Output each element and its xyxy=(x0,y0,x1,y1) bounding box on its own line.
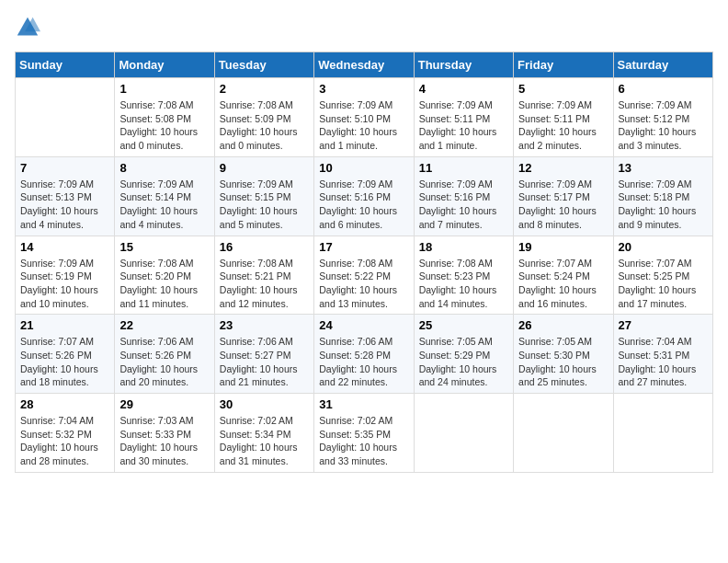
calendar-cell: 16Sunrise: 7:08 AM Sunset: 5:21 PM Dayli… xyxy=(214,236,313,315)
calendar-cell xyxy=(16,78,115,157)
day-number: 28 xyxy=(20,397,109,411)
day-info: Sunrise: 7:09 AM Sunset: 5:18 PM Dayligh… xyxy=(619,178,708,232)
calendar-cell: 17Sunrise: 7:08 AM Sunset: 5:22 PM Dayli… xyxy=(314,236,414,315)
page-header xyxy=(15,15,713,40)
calendar-cell: 15Sunrise: 7:08 AM Sunset: 5:20 PM Dayli… xyxy=(115,236,214,315)
calendar-cell: 25Sunrise: 7:05 AM Sunset: 5:29 PM Dayli… xyxy=(414,315,513,394)
day-info: Sunrise: 7:09 AM Sunset: 5:10 PM Dayligh… xyxy=(319,98,408,153)
day-number: 11 xyxy=(419,161,508,175)
calendar-cell: 18Sunrise: 7:08 AM Sunset: 5:23 PM Dayli… xyxy=(414,236,513,315)
day-number: 2 xyxy=(220,82,309,96)
day-number: 18 xyxy=(419,240,508,254)
day-number: 6 xyxy=(619,82,708,96)
calendar-cell: 30Sunrise: 7:02 AM Sunset: 5:34 PM Dayli… xyxy=(214,394,313,473)
calendar-cell: 6Sunrise: 7:09 AM Sunset: 5:12 PM Daylig… xyxy=(613,78,712,157)
calendar-cell: 13Sunrise: 7:09 AM Sunset: 5:18 PM Dayli… xyxy=(613,156,712,236)
day-number: 10 xyxy=(319,161,408,175)
calendar-cell: 11Sunrise: 7:09 AM Sunset: 5:16 PM Dayli… xyxy=(414,156,513,236)
day-number: 31 xyxy=(319,397,408,411)
day-number: 7 xyxy=(20,161,109,175)
day-number: 15 xyxy=(119,240,209,254)
header-day-saturday: Saturday xyxy=(613,52,712,78)
calendar-cell: 3Sunrise: 7:09 AM Sunset: 5:10 PM Daylig… xyxy=(314,78,414,157)
calendar-cell: 1Sunrise: 7:08 AM Sunset: 5:08 PM Daylig… xyxy=(115,78,214,157)
day-info: Sunrise: 7:02 AM Sunset: 5:34 PM Dayligh… xyxy=(220,414,309,468)
calendar-cell: 23Sunrise: 7:06 AM Sunset: 5:27 PM Dayli… xyxy=(214,315,313,394)
day-number: 17 xyxy=(319,240,408,254)
day-info: Sunrise: 7:09 AM Sunset: 5:19 PM Dayligh… xyxy=(20,257,109,311)
day-info: Sunrise: 7:09 AM Sunset: 5:12 PM Dayligh… xyxy=(619,98,708,153)
day-number: 20 xyxy=(619,240,708,254)
calendar-header-row: SundayMondayTuesdayWednesdayThursdayFrid… xyxy=(16,52,713,78)
header-day-thursday: Thursday xyxy=(414,52,513,78)
day-number: 24 xyxy=(319,318,408,332)
day-info: Sunrise: 7:07 AM Sunset: 5:24 PM Dayligh… xyxy=(518,257,608,311)
day-info: Sunrise: 7:09 AM Sunset: 5:11 PM Dayligh… xyxy=(419,98,508,153)
day-info: Sunrise: 7:04 AM Sunset: 5:32 PM Dayligh… xyxy=(20,414,109,468)
day-info: Sunrise: 7:09 AM Sunset: 5:11 PM Dayligh… xyxy=(518,98,608,153)
day-number: 21 xyxy=(20,318,109,332)
day-number: 5 xyxy=(518,82,608,96)
day-number: 1 xyxy=(119,82,209,96)
calendar-cell: 9Sunrise: 7:09 AM Sunset: 5:15 PM Daylig… xyxy=(214,156,313,236)
day-number: 27 xyxy=(619,318,708,332)
day-number: 4 xyxy=(419,82,508,96)
calendar-cell: 5Sunrise: 7:09 AM Sunset: 5:11 PM Daylig… xyxy=(514,78,613,157)
calendar-cell: 10Sunrise: 7:09 AM Sunset: 5:16 PM Dayli… xyxy=(314,156,414,236)
logo xyxy=(15,15,44,40)
calendar-cell: 28Sunrise: 7:04 AM Sunset: 5:32 PM Dayli… xyxy=(16,394,115,473)
day-number: 19 xyxy=(518,240,608,254)
day-info: Sunrise: 7:03 AM Sunset: 5:33 PM Dayligh… xyxy=(119,414,209,468)
day-info: Sunrise: 7:09 AM Sunset: 5:16 PM Dayligh… xyxy=(419,178,508,232)
day-number: 26 xyxy=(518,318,608,332)
header-day-tuesday: Tuesday xyxy=(214,52,313,78)
calendar-cell: 4Sunrise: 7:09 AM Sunset: 5:11 PM Daylig… xyxy=(414,78,513,157)
day-number: 23 xyxy=(220,318,309,332)
header-day-sunday: Sunday xyxy=(16,52,115,78)
day-number: 25 xyxy=(419,318,508,332)
day-info: Sunrise: 7:09 AM Sunset: 5:14 PM Dayligh… xyxy=(119,178,209,232)
calendar-cell: 12Sunrise: 7:09 AM Sunset: 5:17 PM Dayli… xyxy=(514,156,613,236)
calendar-cell: 24Sunrise: 7:06 AM Sunset: 5:28 PM Dayli… xyxy=(314,315,414,394)
day-info: Sunrise: 7:09 AM Sunset: 5:13 PM Dayligh… xyxy=(20,178,109,232)
calendar-week-row: 14Sunrise: 7:09 AM Sunset: 5:19 PM Dayli… xyxy=(16,236,713,315)
calendar-week-row: 1Sunrise: 7:08 AM Sunset: 5:08 PM Daylig… xyxy=(16,78,713,157)
day-info: Sunrise: 7:05 AM Sunset: 5:30 PM Dayligh… xyxy=(518,335,608,389)
calendar-cell: 2Sunrise: 7:08 AM Sunset: 5:09 PM Daylig… xyxy=(214,78,313,157)
day-number: 22 xyxy=(119,318,209,332)
day-info: Sunrise: 7:05 AM Sunset: 5:29 PM Dayligh… xyxy=(419,335,508,389)
day-info: Sunrise: 7:08 AM Sunset: 5:20 PM Dayligh… xyxy=(119,257,209,311)
day-info: Sunrise: 7:08 AM Sunset: 5:21 PM Dayligh… xyxy=(220,257,309,311)
day-info: Sunrise: 7:06 AM Sunset: 5:26 PM Dayligh… xyxy=(119,335,209,389)
day-number: 12 xyxy=(518,161,608,175)
day-info: Sunrise: 7:07 AM Sunset: 5:25 PM Dayligh… xyxy=(619,257,708,311)
day-info: Sunrise: 7:08 AM Sunset: 5:08 PM Dayligh… xyxy=(119,98,209,153)
header-day-wednesday: Wednesday xyxy=(314,52,414,78)
calendar-week-row: 21Sunrise: 7:07 AM Sunset: 5:26 PM Dayli… xyxy=(16,315,713,394)
day-info: Sunrise: 7:08 AM Sunset: 5:09 PM Dayligh… xyxy=(220,98,309,153)
calendar-cell: 7Sunrise: 7:09 AM Sunset: 5:13 PM Daylig… xyxy=(16,156,115,236)
calendar-week-row: 28Sunrise: 7:04 AM Sunset: 5:32 PM Dayli… xyxy=(16,394,713,473)
day-info: Sunrise: 7:09 AM Sunset: 5:16 PM Dayligh… xyxy=(319,178,408,232)
day-number: 13 xyxy=(619,161,708,175)
day-info: Sunrise: 7:08 AM Sunset: 5:22 PM Dayligh… xyxy=(319,257,408,311)
day-number: 29 xyxy=(119,397,209,411)
day-info: Sunrise: 7:07 AM Sunset: 5:26 PM Dayligh… xyxy=(20,335,109,389)
header-day-monday: Monday xyxy=(115,52,214,78)
day-number: 16 xyxy=(220,240,309,254)
day-info: Sunrise: 7:09 AM Sunset: 5:15 PM Dayligh… xyxy=(220,178,309,232)
day-info: Sunrise: 7:09 AM Sunset: 5:17 PM Dayligh… xyxy=(518,178,608,232)
calendar-cell xyxy=(613,394,712,473)
calendar-cell: 26Sunrise: 7:05 AM Sunset: 5:30 PM Dayli… xyxy=(514,315,613,394)
calendar-cell: 31Sunrise: 7:02 AM Sunset: 5:35 PM Dayli… xyxy=(314,394,414,473)
calendar-cell: 14Sunrise: 7:09 AM Sunset: 5:19 PM Dayli… xyxy=(16,236,115,315)
calendar-table: SundayMondayTuesdayWednesdayThursdayFrid… xyxy=(15,52,713,473)
header-day-friday: Friday xyxy=(514,52,613,78)
calendar-cell: 20Sunrise: 7:07 AM Sunset: 5:25 PM Dayli… xyxy=(613,236,712,315)
day-number: 9 xyxy=(220,161,309,175)
day-number: 14 xyxy=(20,240,109,254)
calendar-cell: 27Sunrise: 7:04 AM Sunset: 5:31 PM Dayli… xyxy=(613,315,712,394)
logo-icon xyxy=(15,15,40,40)
calendar-cell: 29Sunrise: 7:03 AM Sunset: 5:33 PM Dayli… xyxy=(115,394,214,473)
day-info: Sunrise: 7:04 AM Sunset: 5:31 PM Dayligh… xyxy=(619,335,708,389)
